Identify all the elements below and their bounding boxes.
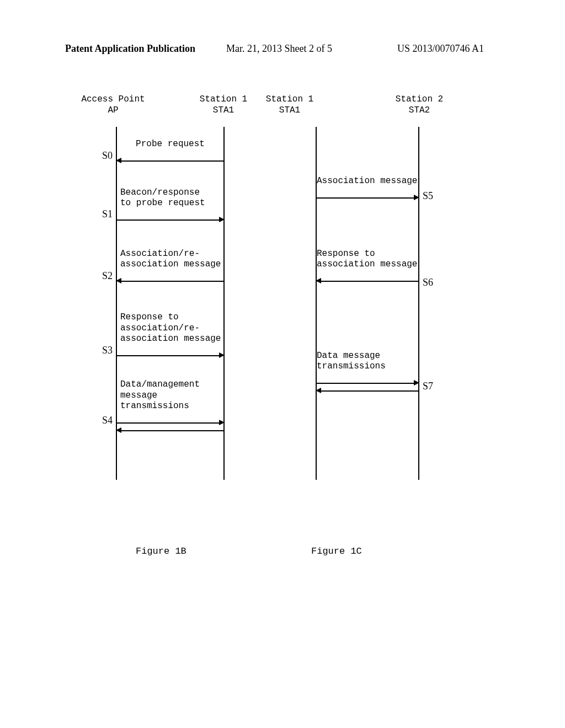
step-s5: S5 bbox=[423, 190, 439, 202]
arrowhead-right-icon bbox=[219, 352, 225, 358]
arrow-line bbox=[317, 197, 414, 199]
arrow-line bbox=[117, 220, 219, 221]
lifeline-header-ap: Access Point AP bbox=[69, 94, 157, 116]
arrowhead-left-icon bbox=[316, 388, 321, 393]
msg-s6-text: Response to association message bbox=[317, 249, 418, 270]
arrow-line bbox=[121, 430, 223, 431]
arrowhead-right-icon bbox=[219, 420, 225, 425]
sta1a-title: Station 1 bbox=[190, 94, 257, 105]
figure-1b-caption: Figure 1B bbox=[136, 546, 186, 556]
msg-s4-text: Data/management message transmissions bbox=[120, 379, 223, 411]
lifeline-sta2 bbox=[418, 127, 419, 480]
arrow-line bbox=[117, 355, 219, 356]
ap-title: Access Point bbox=[69, 94, 157, 105]
sta1b-title: Station 1 bbox=[257, 94, 323, 105]
lifeline-header-sta1a: Station 1 STA1 bbox=[190, 94, 257, 116]
msg-s2-text: Association/re- association message bbox=[120, 249, 223, 270]
arrowhead-left-icon bbox=[116, 158, 121, 163]
sta1a-abbrev: STA1 bbox=[190, 105, 257, 116]
step-s4: S4 bbox=[96, 415, 113, 426]
step-s0: S0 bbox=[96, 150, 113, 162]
figure-1c-caption: Figure 1C bbox=[311, 546, 362, 556]
arrowhead-right-icon bbox=[414, 380, 419, 386]
msg-s3-text: Response to association/re- association … bbox=[120, 312, 223, 344]
arrow-line bbox=[117, 422, 219, 424]
lifeline-ap bbox=[116, 127, 117, 480]
arrowhead-right-icon bbox=[414, 195, 419, 200]
doc-number-label: US 2013/0070746 A1 bbox=[397, 43, 484, 55]
msg-s7-text: Data message transmissions bbox=[317, 351, 418, 372]
step-s3: S3 bbox=[96, 345, 113, 356]
step-s6: S6 bbox=[423, 277, 439, 288]
arrowhead-left-icon bbox=[316, 278, 321, 283]
sta2-title: Station 2 bbox=[386, 94, 452, 105]
step-s1: S1 bbox=[96, 208, 113, 220]
lifeline-header-sta2: Station 2 STA2 bbox=[386, 94, 452, 116]
publication-label: Patent Application Publication bbox=[65, 43, 195, 55]
lifeline-sta1a bbox=[223, 127, 225, 480]
arrowhead-left-icon bbox=[116, 427, 121, 433]
arrow-line bbox=[121, 281, 223, 282]
msg-s1-text: Beacon/response to probe request bbox=[120, 188, 223, 208]
arrow-line bbox=[321, 281, 418, 282]
step-s2: S2 bbox=[96, 270, 113, 282]
arrow-line bbox=[121, 160, 223, 162]
sta2-abbrev: STA2 bbox=[386, 105, 452, 116]
sequence-diagram: Access Point AP Station 1 STA1 Station 1… bbox=[0, 94, 565, 590]
arrowhead-left-icon bbox=[116, 278, 121, 283]
arrowhead-right-icon bbox=[219, 217, 225, 222]
ap-abbrev: AP bbox=[69, 105, 157, 116]
arrow-line bbox=[317, 383, 414, 384]
arrow-line bbox=[321, 390, 418, 392]
step-s7: S7 bbox=[423, 381, 439, 392]
sta1b-abbrev: STA1 bbox=[257, 105, 323, 116]
msg-s0-text: Probe request bbox=[117, 139, 223, 149]
lifeline-header-sta1b: Station 1 STA1 bbox=[257, 94, 323, 116]
msg-s5-text: Association message bbox=[317, 176, 418, 186]
date-sheet-label: Mar. 21, 2013 Sheet 2 of 5 bbox=[226, 43, 332, 55]
